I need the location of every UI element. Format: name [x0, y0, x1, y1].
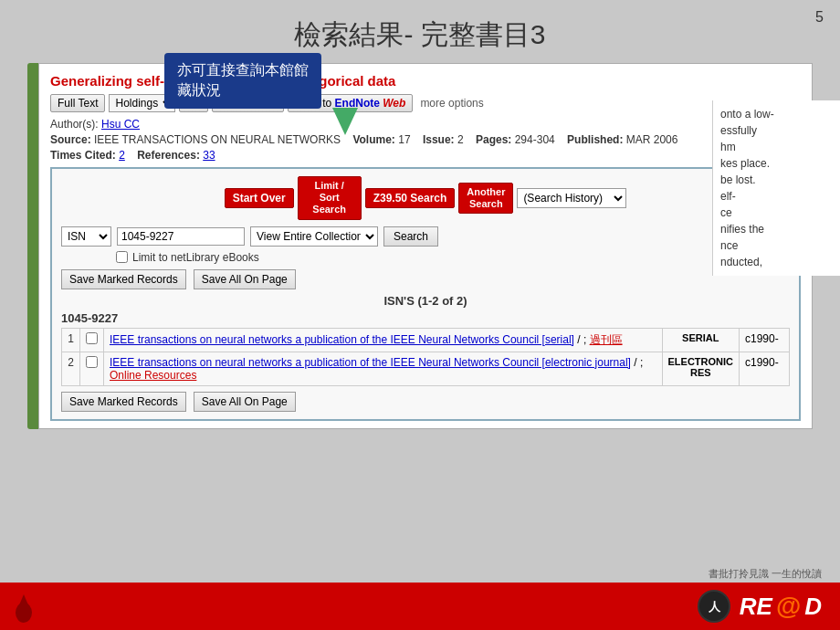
right-panel-line: be lost.	[720, 172, 833, 188]
author-line: Author(s): Hsu CC	[50, 118, 801, 131]
right-panel-line: kes place.	[720, 155, 833, 172]
result-title-link[interactable]: IEEE transactions on neural networks a p…	[110, 356, 631, 369]
page-number: 5	[815, 9, 824, 26]
collection-select[interactable]: View Entire Collection	[250, 226, 378, 247]
save-marked-button-top[interactable]: Save Marked Records	[61, 269, 186, 289]
row-number: 2	[62, 352, 80, 385]
times-cited-value[interactable]: 2	[119, 149, 125, 162]
search-field-row: ISN View Entire Collection Search	[61, 226, 790, 247]
published-value: MAR 2006	[626, 133, 678, 146]
slogan-text: 書批打拎見識 一生的悅讀	[709, 567, 822, 581]
save-all-button-bottom[interactable]: Save All On Page	[194, 392, 296, 412]
limit-row: Limit to netLibrary eBooks	[116, 251, 790, 264]
logo-re: RE	[740, 593, 772, 621]
results-table: 1 IEEE transactions on neural networks a…	[61, 328, 790, 386]
row-year: c1990-	[740, 328, 790, 352]
save-marked-button-bottom[interactable]: Save Marked Records	[61, 392, 186, 412]
suffix-tag-link[interactable]: 過刊區	[590, 333, 623, 346]
references-label: References:	[137, 149, 200, 162]
search-button[interactable]: Search	[383, 226, 438, 247]
tooltip-line2: 藏狀況	[177, 80, 309, 100]
logo-at: @	[776, 592, 801, 621]
tooltip-line1: 亦可直接查詢本館館	[177, 60, 309, 80]
article-title: Generalizing self-organizing map for cat…	[50, 73, 801, 89]
z3950-button[interactable]: Z39.50 Search	[365, 188, 456, 208]
volume-label: Volume:	[352, 133, 394, 146]
logo-area: 人 RE @ D	[698, 590, 822, 623]
svg-marker-1	[18, 594, 29, 607]
row-type: ELECTRONIC RES	[662, 352, 740, 385]
table-row: 1 IEEE transactions on neural networks a…	[62, 328, 790, 352]
pages-value: 294-304	[515, 133, 555, 146]
right-panel-line: nifies the	[720, 221, 833, 237]
row-checkbox-cell	[80, 328, 104, 352]
search-history-select[interactable]: (Search History)	[517, 188, 626, 208]
article-toolbar: Full Text Holdings Go Marked List Save t…	[50, 94, 801, 112]
tooltip-balloon: 亦可直接查詢本館館 藏狀況	[164, 53, 321, 109]
bird-icon	[15, 585, 49, 626]
right-panel-line: hm	[720, 139, 833, 155]
issue-label: Issue:	[423, 133, 455, 146]
logo-d: D	[804, 593, 822, 621]
author-label: Author(s):	[50, 118, 99, 131]
search-input[interactable]	[117, 227, 245, 246]
pages-label: Pages:	[476, 133, 511, 146]
row-number: 1	[62, 328, 80, 352]
right-panel-line: nce	[720, 237, 833, 254]
suffix-tag-link[interactable]: Online Resources	[110, 369, 196, 382]
result-title-link[interactable]: IEEE transactions on neural networks a p…	[110, 333, 574, 346]
row-type: SERIAL	[662, 328, 740, 352]
tooltip-arrow	[332, 108, 358, 135]
limit-label: Limit to netLibrary eBooks	[132, 251, 259, 264]
saved-row-bottom: Save Marked Records Save All On Page	[61, 392, 790, 412]
search-type-select[interactable]: ISN	[61, 226, 111, 247]
start-over-button[interactable]: Start Over	[225, 188, 294, 208]
row-year: c1990-	[740, 352, 790, 385]
fulltext-button[interactable]: Full Text	[50, 94, 105, 112]
right-panel-line: essfully	[720, 122, 833, 139]
right-panel-line: nducted,	[720, 254, 833, 270]
bottom-bar: 書批打拎見識 一生的悅讀 人 RE @ D	[0, 583, 840, 630]
source-line: Source: IEEE TRANSACTIONS ON NEURAL NETW…	[50, 133, 801, 146]
isn-header: ISN'S (1-2 of 2)	[61, 294, 790, 308]
author-name[interactable]: Hsu CC	[101, 118, 140, 131]
row-title-cell: IEEE transactions on neural networks a p…	[104, 352, 663, 385]
references-value[interactable]: 33	[203, 149, 215, 162]
left-accent-bar	[27, 63, 38, 429]
row-checkbox[interactable]	[86, 356, 98, 368]
svg-text:人: 人	[707, 600, 720, 614]
times-cited-label: Times Cited:	[50, 149, 116, 162]
right-panel-line: elf-	[720, 188, 833, 205]
issue-value: 2	[457, 133, 464, 146]
volume-value: 17	[398, 133, 410, 146]
table-row: 2 IEEE transactions on neural networks a…	[62, 352, 790, 385]
search-top-bar: Start Over Limit / SortSearch Z39.50 Sea…	[61, 176, 790, 220]
endnote-web-label: Web	[383, 97, 405, 110]
source-label: Source:	[50, 133, 91, 146]
svg-marker-2	[20, 587, 27, 594]
published-label: Published:	[567, 133, 623, 146]
limit-sort-button[interactable]: Limit / SortSearch	[298, 176, 362, 220]
row-checkbox[interactable]	[86, 332, 98, 344]
cited-line: Times Cited: 2 References: 33	[50, 149, 801, 162]
saved-row-top: Save Marked Records Save All On Page	[61, 269, 790, 289]
content-panel: Generalizing self-organizing map for cat…	[38, 63, 813, 429]
save-all-button-top[interactable]: Save All On Page	[194, 269, 296, 289]
search-container: Start Over Limit / SortSearch Z39.50 Sea…	[50, 167, 801, 421]
isn-number: 1045-9227	[61, 311, 790, 325]
slide-title: 檢索結果- 完整書目3	[0, 0, 840, 63]
right-text-panel: onto a low-essfullyhmkes place.be lost.e…	[712, 100, 840, 276]
more-options-link[interactable]: more options	[420, 97, 483, 110]
source-value: IEEE TRANSACTIONS ON NEURAL NETWORKS	[94, 133, 341, 146]
another-search-button[interactable]: AnotherSearch	[458, 183, 513, 214]
limit-checkbox[interactable]	[116, 251, 128, 263]
right-panel-line: onto a low-	[720, 106, 833, 122]
row-checkbox-cell	[80, 352, 104, 385]
mascot-icon: 人	[698, 590, 730, 623]
right-panel-line: ce	[720, 205, 833, 221]
row-title-cell: IEEE transactions on neural networks a p…	[104, 328, 663, 352]
